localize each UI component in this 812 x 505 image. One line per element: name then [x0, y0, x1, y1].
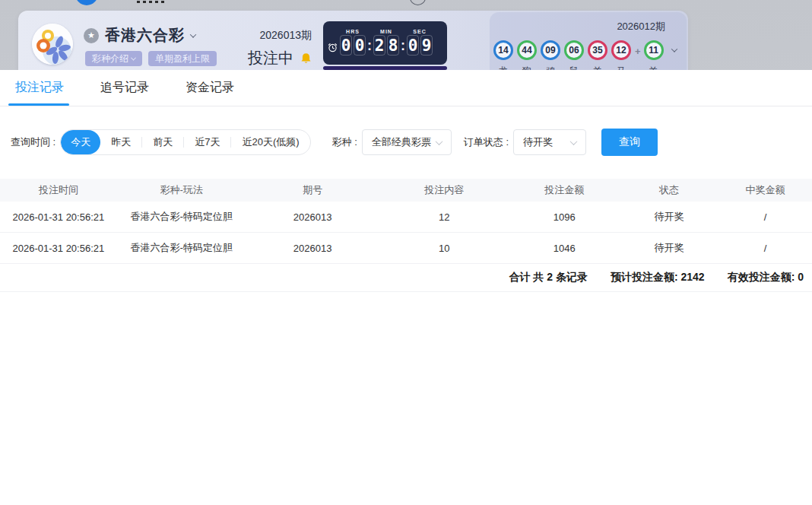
tab-bet-records[interactable]: 投注记录: [15, 80, 64, 106]
cell-bet-amount: 1096: [509, 211, 620, 223]
favorite-star-icon[interactable]: ★: [84, 28, 99, 43]
last-draw-period: 2026012期: [617, 20, 665, 33]
lottery-pills: 彩种介绍 单期盈利上限: [85, 51, 217, 66]
chevron-down-icon: [131, 55, 136, 60]
countdown-timer: HRS 00 : MIN 28 : SEC 09: [323, 21, 447, 65]
alarm-clock-icon: [328, 43, 338, 52]
draw-ball: 14龙: [493, 40, 513, 70]
time-filter-group: 今天昨天前天近7天近20天(低频): [60, 129, 310, 155]
timer-digit: 0: [354, 35, 366, 56]
ball-zodiac: 羊: [593, 65, 602, 70]
ball-zodiac: 龙: [499, 65, 508, 70]
minutes-label: MIN: [380, 29, 392, 34]
column-header-prize-amount: 中奖金额: [718, 183, 812, 197]
cell-period: 2026013: [246, 211, 379, 223]
status-select-value: 待开奖: [523, 135, 553, 149]
column-header-bet-time: 投注时间: [0, 183, 117, 197]
timer-digit: 0: [340, 35, 352, 56]
hours-digits: 00: [339, 35, 366, 56]
records-table: 投注时间彩种-玩法期号投注内容投注金额状态中奖金额 2026-01-31 20:…: [0, 179, 812, 292]
time-option-last-7-days[interactable]: 近7天: [184, 130, 230, 154]
cell-bet-content: 12: [379, 211, 509, 223]
ball-number: 11: [644, 40, 664, 60]
lottery-filter-label: 彩种 :: [332, 135, 357, 149]
time-option-today[interactable]: 今天: [61, 130, 100, 154]
draw-result-panel: 2026012期 14龙44狗09鸡06鼠35羊12马+11羊: [490, 12, 687, 70]
hours-label: HRS: [346, 29, 360, 34]
table-header-row: 投注时间彩种-玩法期号投注内容投注金额状态中奖金额: [0, 179, 812, 202]
ball-zodiac: 鸡: [546, 65, 555, 70]
tab-fund-records[interactable]: 资金记录: [186, 80, 234, 106]
draw-ball: 44狗: [517, 40, 537, 70]
time-option-last-20-days[interactable]: 近20天(低频): [231, 130, 309, 154]
lottery-select[interactable]: 全部经典彩票: [362, 129, 452, 155]
query-button[interactable]: 查询: [601, 129, 658, 156]
timer-digit: 0: [407, 35, 419, 56]
time-option-yesterday[interactable]: 昨天: [100, 130, 141, 154]
cell-prize-amount: /: [718, 211, 812, 223]
draw-ball: 12马: [611, 40, 631, 70]
column-header-status: 状态: [620, 183, 718, 197]
order-status-select[interactable]: 待开奖: [513, 129, 586, 155]
column-header-lottery-playtype: 彩种-玩法: [117, 183, 246, 197]
column-header-bet-amount: 投注金额: [509, 183, 620, 197]
summary-valid: 有效投注金额: 0: [728, 271, 804, 284]
timer-hours-group: HRS 00: [339, 29, 366, 56]
current-period: 2026013期: [217, 29, 312, 43]
lottery-intro-button[interactable]: 彩种介绍: [85, 51, 142, 66]
tab-chase-records[interactable]: 追号记录: [100, 80, 149, 106]
cell-status: 待开奖: [620, 241, 718, 255]
time-option-day-before[interactable]: 前天: [142, 130, 183, 154]
draw-ball: 35羊: [588, 40, 607, 70]
timer-colon: :: [367, 38, 372, 54]
betting-status: 投注中: [248, 48, 293, 68]
cell-bet-content: 10: [379, 243, 509, 254]
lottery-name[interactable]: 香港六合彩: [105, 25, 185, 46]
cell-lottery-playtype: 香港六合彩-特码定位胆: [117, 241, 246, 255]
timer-digit: 9: [420, 35, 433, 56]
lottery-title-row: ★ 香港六合彩: [84, 25, 195, 46]
ball-number: 44: [517, 40, 537, 60]
cell-period: 2026013: [246, 243, 379, 254]
summary-expected: 预计投注金额: 2142: [611, 271, 705, 284]
page: ★ 香港六合彩 彩种介绍 单期盈利上限 2026013期 投注中: [0, 0, 812, 505]
ball-number: 09: [541, 40, 560, 60]
lottery-chevron-down-icon[interactable]: [190, 31, 196, 37]
column-header-bet-content: 投注内容: [379, 183, 509, 197]
chevron-down-icon: [570, 138, 578, 145]
time-filter-label: 查询时间 :: [11, 135, 56, 149]
draw-ball: 06鼠: [564, 40, 584, 70]
timer-seconds-group: SEC 09: [406, 29, 433, 56]
draw-history-chevron-icon[interactable]: [671, 46, 677, 52]
cell-bet-time: 2026-01-31 20:56:21: [0, 211, 117, 223]
cell-status: 待开奖: [620, 210, 718, 224]
ball-zodiac: 羊: [649, 65, 658, 70]
column-header-period: 期号: [246, 183, 379, 197]
timer-digit: 8: [387, 35, 399, 56]
summary-row: 合计 共 2 条记录 预计投注金额: 2142 有效投注金额: 0: [0, 264, 812, 292]
ball-number: 12: [611, 40, 631, 60]
lottery-logo: [32, 24, 73, 65]
timer-digit: 2: [373, 35, 385, 56]
cell-bet-amount: 1046: [509, 243, 620, 254]
plus-sign: +: [635, 46, 641, 57]
lottery-select-value: 全部经典彩票: [372, 135, 431, 149]
table-row: 2026-01-31 20:56:21香港六合彩-特码定位胆2026013121…: [0, 202, 812, 233]
seconds-digits: 09: [406, 35, 433, 56]
profit-cap-button[interactable]: 单期盈利上限: [148, 51, 217, 66]
lottery-header-card: ★ 香港六合彩 彩种介绍 单期盈利上限 2026013期 投注中: [18, 11, 688, 70]
chevron-down-icon: [435, 138, 442, 145]
status-filter-label: 订单状态 :: [464, 135, 509, 149]
lottery-intro-label: 彩种介绍: [92, 52, 128, 65]
seconds-label: SEC: [413, 29, 426, 34]
table-body: 2026-01-31 20:56:21香港六合彩-特码定位胆2026013121…: [0, 202, 812, 264]
bell-icon[interactable]: [300, 52, 312, 65]
ball-zodiac: 狗: [522, 65, 531, 70]
ball-zodiac: 马: [617, 65, 626, 70]
tabs: 投注记录追号记录资金记录: [0, 70, 812, 106]
bauhinia-balls-graphic: [32, 24, 73, 65]
timer-colon: :: [401, 38, 405, 54]
table-row: 2026-01-31 20:56:21香港六合彩-特码定位胆2026013101…: [0, 233, 812, 264]
ball-number: 14: [493, 40, 513, 60]
ball-number: 35: [588, 40, 607, 60]
